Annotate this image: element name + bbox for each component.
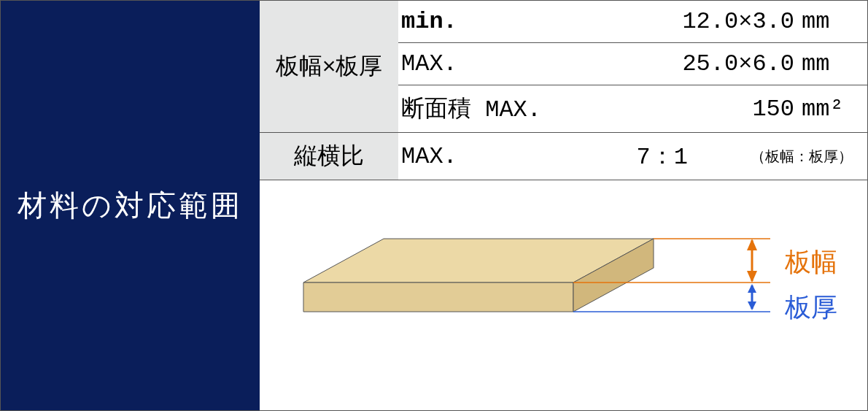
ratio-value: 7：1	[598, 140, 688, 172]
dim-width-arrow-down	[747, 271, 757, 283]
card-title: 材料の対応範囲	[10, 185, 250, 226]
dim-thick-arrow-up	[748, 284, 756, 293]
label-ratio: 縦横比	[260, 133, 398, 180]
content-panel: 板幅×板厚 min. 12.0×3.0 mm MAX. 25.0×6.0 mm …	[260, 1, 867, 410]
label-width: 板幅	[785, 245, 837, 280]
label-thickness: 板厚	[785, 290, 837, 326]
slab-diagram	[260, 180, 868, 385]
area-key: 断面積 MAX.	[401, 93, 598, 125]
diagram-area: 板幅 板厚	[260, 180, 867, 410]
dim-width-arrow-up	[747, 239, 757, 250]
area-value: 150	[598, 96, 794, 123]
max-unit: mm	[794, 50, 853, 77]
title-panel: 材料の対応範囲	[1, 1, 260, 410]
max-value: 25.0×6.0	[598, 50, 794, 77]
spec-table: 板幅×板厚 min. 12.0×3.0 mm MAX. 25.0×6.0 mm …	[260, 1, 867, 180]
row-min: min. 12.0×3.0 mm	[398, 1, 867, 43]
area-unit: mm²	[794, 96, 853, 123]
slab-front-face	[303, 283, 573, 312]
max-key: MAX.	[401, 50, 598, 77]
ratio-note: （板幅：板厚）	[746, 147, 853, 166]
ratio-key: MAX.	[401, 143, 598, 170]
row-ratio: MAX. 7：1 （板幅：板厚）	[398, 133, 867, 180]
min-unit: mm	[794, 8, 853, 35]
spec-card: 材料の対応範囲 板幅×板厚 min. 12.0×3.0 mm MAX. 25.0…	[0, 0, 868, 411]
dim-thick-arrow-down	[748, 301, 756, 310]
min-key: min.	[401, 8, 598, 35]
row-area: 断面積 MAX. 150 mm²	[398, 85, 867, 133]
row-max: MAX. 25.0×6.0 mm	[398, 43, 867, 85]
label-dimensions: 板幅×板厚	[260, 1, 398, 133]
min-value: 12.0×3.0	[598, 8, 794, 35]
